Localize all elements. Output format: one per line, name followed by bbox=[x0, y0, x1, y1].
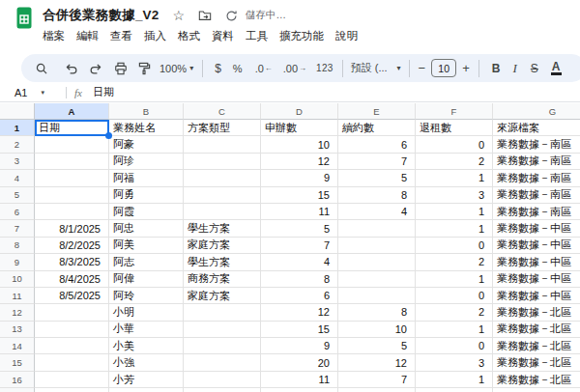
cell-D8[interactable]: 7 bbox=[261, 238, 338, 254]
cell-A6[interactable] bbox=[35, 204, 109, 220]
cell-B1[interactable]: 業務姓名 bbox=[109, 120, 184, 136]
cell-F1[interactable]: 退租數 bbox=[416, 120, 493, 136]
text-color-button[interactable]: A bbox=[551, 62, 562, 75]
cell-C9[interactable]: 學生方案 bbox=[184, 254, 261, 270]
row-header-7[interactable]: 7 bbox=[0, 220, 35, 237]
cell-E6[interactable]: 4 bbox=[338, 204, 416, 220]
cell-E16[interactable]: 7 bbox=[338, 372, 416, 388]
cell-B14[interactable]: 小美 bbox=[109, 338, 184, 354]
more-formats-button[interactable]: 123 bbox=[316, 63, 334, 73]
cell-C16[interactable] bbox=[184, 372, 261, 388]
cell-A13[interactable] bbox=[35, 322, 109, 338]
cell-D5[interactable]: 15 bbox=[261, 187, 338, 204]
cell-C3[interactable] bbox=[184, 154, 261, 170]
increase-font-size-button[interactable]: + bbox=[462, 61, 470, 75]
cell-E9[interactable] bbox=[338, 254, 416, 270]
cell-A16[interactable] bbox=[35, 372, 109, 388]
cell-G11[interactable]: 業務數據－中區 bbox=[493, 288, 580, 304]
row-header-3[interactable]: 3 bbox=[0, 154, 35, 170]
print-icon[interactable] bbox=[114, 62, 128, 75]
column-header-A[interactable]: A bbox=[35, 103, 109, 120]
cell-G12[interactable]: 業務數據－北區 bbox=[493, 304, 580, 321]
cell-G16[interactable]: 業務數據－北區 bbox=[493, 372, 580, 388]
cell-G8[interactable]: 業務數據－中區 bbox=[493, 238, 580, 254]
strikethrough-button[interactable]: S bbox=[531, 62, 538, 75]
row-header-16[interactable]: 16 bbox=[0, 372, 35, 388]
cell-F9[interactable]: 2 bbox=[416, 254, 493, 270]
menu-help[interactable]: 說明 bbox=[330, 28, 363, 44]
cell-D3[interactable]: 12 bbox=[261, 154, 338, 170]
cell-G6[interactable]: 業務數據－南區 bbox=[493, 204, 580, 220]
cell-A14[interactable] bbox=[35, 338, 109, 354]
cell-G13[interactable]: 業務數據－北區 bbox=[493, 322, 580, 338]
cell-C11[interactable]: 家庭方案 bbox=[184, 288, 261, 304]
cell-B12[interactable]: 小明 bbox=[109, 304, 184, 321]
cell-G3[interactable]: 業務數據－南區 bbox=[493, 154, 580, 170]
cell-E15[interactable]: 12 bbox=[338, 354, 416, 371]
cell-A9[interactable]: 8/3/2025 bbox=[35, 254, 109, 270]
menu-edit[interactable]: 編輯 bbox=[71, 28, 104, 44]
cell-A11[interactable]: 8/5/2025 bbox=[35, 288, 109, 304]
row-header-5[interactable]: 5 bbox=[0, 187, 35, 204]
menu-format[interactable]: 格式 bbox=[172, 28, 206, 44]
star-icon[interactable]: ☆ bbox=[173, 9, 186, 22]
cell-F3[interactable]: 2 bbox=[416, 154, 493, 170]
cell-B3[interactable]: 阿珍 bbox=[109, 154, 184, 170]
redo-icon[interactable] bbox=[89, 62, 103, 75]
cell-C8[interactable]: 家庭方案 bbox=[184, 238, 261, 254]
cell-G9[interactable]: 業務數據－中區 bbox=[493, 254, 580, 270]
cell-E13[interactable]: 10 bbox=[338, 322, 416, 338]
cell-G10[interactable]: 業務數據－中區 bbox=[493, 271, 580, 288]
cell-G14[interactable]: 業務數據－北區 bbox=[493, 338, 580, 354]
cell-B9[interactable]: 阿志 bbox=[109, 254, 184, 270]
cell-E10[interactable] bbox=[338, 271, 416, 288]
cell-A5[interactable] bbox=[35, 187, 109, 204]
cell-D7[interactable]: 5 bbox=[261, 220, 338, 237]
menu-file[interactable]: 檔案 bbox=[37, 28, 71, 44]
cell-B10[interactable]: 阿偉 bbox=[109, 271, 184, 288]
cell-B5[interactable]: 阿勇 bbox=[109, 187, 184, 204]
cell-G17[interactable] bbox=[493, 388, 580, 392]
menu-view[interactable]: 查看 bbox=[104, 28, 138, 44]
row-header-10[interactable]: 10 bbox=[0, 271, 35, 288]
row-header-14[interactable]: 14 bbox=[0, 338, 35, 354]
cell-G7[interactable]: 業務數據－中區 bbox=[493, 220, 580, 237]
cell-A4[interactable] bbox=[35, 170, 109, 186]
cell-A2[interactable] bbox=[35, 136, 109, 153]
column-header-F[interactable]: F bbox=[416, 103, 493, 120]
cell-A3[interactable] bbox=[35, 154, 109, 170]
row-header-13[interactable]: 13 bbox=[0, 322, 35, 338]
row-header-4[interactable]: 4 bbox=[0, 170, 35, 186]
cell-D13[interactable]: 15 bbox=[261, 322, 338, 338]
cell-B2[interactable]: 阿豪 bbox=[109, 136, 184, 153]
move-to-folder-icon[interactable] bbox=[198, 10, 212, 21]
zoom-select[interactable]: 100%▾ bbox=[160, 63, 193, 74]
cell-C15[interactable] bbox=[184, 354, 261, 371]
cell-F2[interactable]: 0 bbox=[416, 136, 493, 153]
font-size-input[interactable]: 10 bbox=[431, 59, 456, 77]
decrease-font-size-button[interactable]: − bbox=[419, 61, 426, 75]
column-header-E[interactable]: E bbox=[338, 103, 416, 120]
cell-E4[interactable]: 5 bbox=[338, 170, 416, 186]
cell-A8[interactable]: 8/2/2025 bbox=[35, 238, 109, 254]
cell-F8[interactable]: 0 bbox=[416, 238, 493, 254]
decrease-decimal-button[interactable]: .0← bbox=[255, 63, 273, 74]
cell-D1[interactable]: 申辦數 bbox=[261, 120, 338, 136]
row-header-1[interactable]: 1 bbox=[0, 120, 35, 136]
currency-format-button[interactable]: $ bbox=[215, 62, 221, 75]
menu-extensions[interactable]: 擴充功能 bbox=[274, 28, 330, 44]
paint-format-icon[interactable] bbox=[138, 62, 151, 75]
cell-B16[interactable]: 小芳 bbox=[109, 372, 184, 388]
sheets-logo-icon[interactable] bbox=[14, 6, 34, 31]
document-title[interactable]: 合併後業務數據_V2 bbox=[43, 7, 160, 24]
cell-C2[interactable] bbox=[184, 136, 261, 153]
cell-F15[interactable]: 3 bbox=[416, 354, 493, 371]
select-all-corner[interactable] bbox=[0, 103, 35, 120]
menu-insert[interactable]: 插入 bbox=[138, 28, 172, 44]
cell-C17[interactable] bbox=[184, 388, 261, 392]
cell-E12[interactable]: 8 bbox=[338, 304, 416, 321]
cell-F13[interactable]: 1 bbox=[416, 322, 493, 338]
bold-button[interactable]: B bbox=[492, 62, 501, 75]
cell-G2[interactable]: 業務數據－南區 bbox=[493, 136, 580, 153]
cell-E2[interactable]: 6 bbox=[338, 136, 416, 153]
